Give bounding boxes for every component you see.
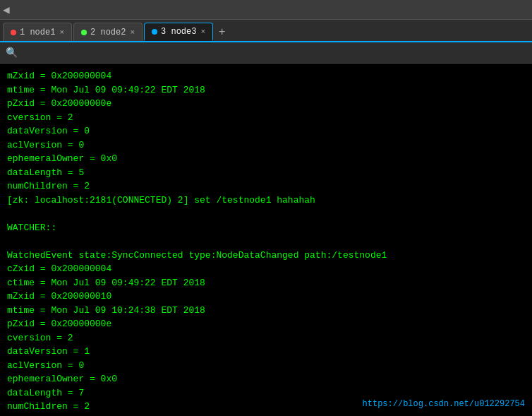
- terminal-line: cZxid = 0x200000004: [7, 262, 525, 276]
- terminal-line: [7, 234, 525, 249]
- address-bar: 🔍: [0, 42, 532, 64]
- tab-dot-tab3: [152, 29, 157, 35]
- terminal-container: mZxid = 0x200000004mtime = Mon Jul 09 09…: [0, 64, 532, 416]
- browser-bar: ◀: [0, 0, 532, 20]
- terminal-line: [zk: localhost:2181(CONNECTED) 2] set /t…: [7, 194, 525, 208]
- terminal-line: pZxid = 0x20000000e: [7, 97, 525, 111]
- tab-dot-tab1: [11, 30, 16, 35]
- terminal-line: cversion = 2: [7, 111, 525, 125]
- tab-tab2[interactable]: 2 node2×: [73, 23, 143, 41]
- tab-dot-tab2: [81, 30, 87, 35]
- terminal-line: aclVersion = 0: [7, 138, 525, 153]
- terminal-line: cversion = 2: [7, 331, 525, 345]
- terminal-line: mtime = Mon Jul 09 09:49:22 EDT 2018: [7, 83, 525, 97]
- terminal-line: WATCHER::: [7, 221, 525, 235]
- tab-label-tab3: 3 node3: [161, 27, 196, 37]
- watermark: https://blog.csdn.net/u012292754: [363, 399, 525, 409]
- tab-close-tab2[interactable]: ×: [130, 28, 135, 37]
- search-icon: 🔍: [6, 47, 18, 59]
- terminal[interactable]: mZxid = 0x200000004mtime = Mon Jul 09 09…: [0, 64, 532, 416]
- terminal-line: mtime = Mon Jul 09 10:24:38 EDT 2018: [7, 304, 525, 318]
- terminal-line: ephemeralOwner = 0x0: [7, 372, 525, 386]
- terminal-line: dataVersion = 0: [7, 124, 525, 138]
- tab-close-tab1[interactable]: ×: [59, 28, 64, 37]
- tab-tab3[interactable]: 3 node3×: [144, 23, 213, 41]
- back-button[interactable]: ◀: [3, 3, 10, 17]
- terminal-line: mZxid = 0x200000010: [7, 290, 525, 304]
- tab-tab1[interactable]: 1 node1×: [3, 23, 72, 41]
- terminal-line: dataLength = 5: [7, 166, 525, 180]
- tab-bar: 1 node1×2 node2×3 node3×+: [0, 20, 532, 42]
- terminal-line: ephemeralOwner = 0x0: [7, 152, 525, 166]
- tab-label-tab1: 1 node1: [20, 28, 55, 37]
- tab-label-tab2: 2 node2: [90, 28, 126, 37]
- terminal-line: aclVersion = 0: [7, 359, 525, 373]
- terminal-line: [7, 207, 525, 221]
- terminal-line: dataVersion = 1: [7, 345, 525, 359]
- terminal-line: ctime = Mon Jul 09 09:49:22 EDT 2018: [7, 276, 525, 290]
- terminal-line: WatchedEvent state:SyncConnected type:No…: [7, 249, 525, 263]
- terminal-line: [zk: localhost:2181(CONNECTED) 3]: [7, 414, 525, 417]
- terminal-line: dataLength = 7: [7, 386, 525, 400]
- terminal-line: mZxid = 0x200000004: [7, 69, 525, 83]
- terminal-line: pZxid = 0x20000000e: [7, 317, 525, 331]
- terminal-line: numChildren = 2: [7, 179, 525, 194]
- tab-close-tab3[interactable]: ×: [200, 28, 205, 36]
- add-tab-button[interactable]: +: [214, 23, 229, 41]
